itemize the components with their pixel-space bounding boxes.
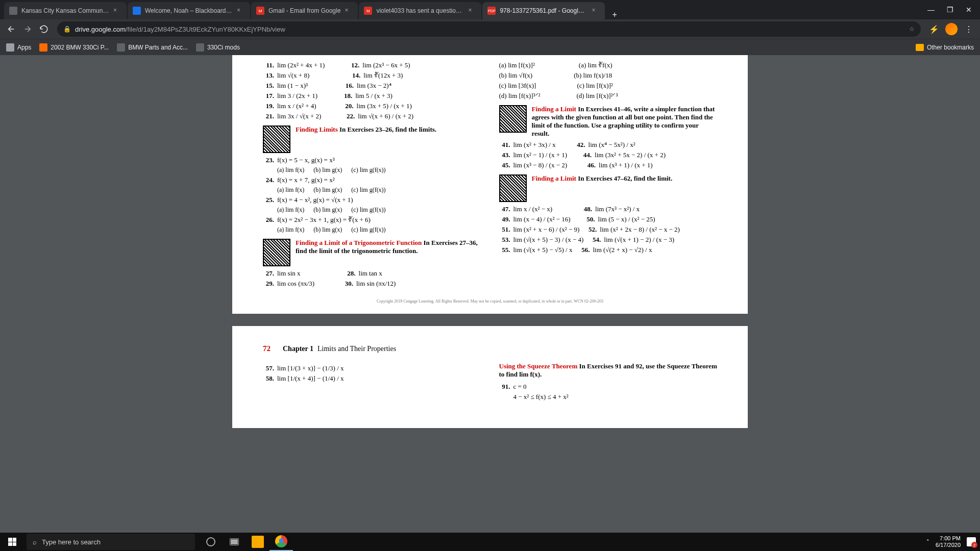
taskview-button[interactable] [223,533,246,551]
clock[interactable]: 7:00 PM6/17/2020 [936,535,961,548]
exercise: lim √(x + 8) [277,71,309,80]
sub-exercise: (c) lim g(f(x)) [351,206,385,214]
right-column: Using the Squeeze Theorem In Exercises 9… [499,362,718,403]
bookmarks-bar: Apps 2002 BMW 330Ci P... BMW Parts and A… [0,39,980,55]
exercise: f(x) = 2x² − 3x + 1, g(x) = ∛(x + 6) [277,216,371,224]
menu-icon[interactable]: ⋮ [962,22,976,36]
folder-icon [916,44,924,51]
exercise: f(x) = 5 − x, g(x) = x³ [277,156,335,164]
exercise: lim (x² − 1) / (x + 1) [513,151,568,159]
window-controls: — ❐ ✕ [927,0,980,19]
left-column: 11.lim (2x² + 4x + 1)12.lim (2x³ − 6x + … [263,59,481,290]
address-bar[interactable]: 🔒 drive.google.com/file/d/1ay2M84PsZ3Ut9… [57,21,921,37]
browser-tab[interactable]: Mviolet4033 has sent a question ab× [359,2,481,19]
exercise: lim (x − 4) / (x² − 16) [513,215,571,223]
browser-tab[interactable]: MGmail - Email from Google× [251,2,358,19]
new-tab-button[interactable]: + [606,10,623,19]
exercise: lim (7x³ − x²) / x [595,205,640,213]
section-heading: Finding a Limit [532,174,576,182]
tab-title: violet4033 has sent a question ab [376,7,464,14]
exercise: lim [1/(x + 4)] − (1/4) / x [277,374,344,383]
bookmark-label: Other bookmarks [927,44,974,51]
taskview-icon [230,538,239,545]
browser-tab-strip: Kansas City Kansas Community C× Welcome,… [0,0,980,19]
taskbar-search[interactable]: ⌕Type here to search [27,534,195,550]
qr-code-icon [263,126,290,153]
lock-icon: 🔒 [63,26,71,33]
exercise: lim (3x² + 5x − 2) / (x + 2) [595,151,666,159]
bookmark-item[interactable]: BMW Parts and Acc... [117,43,188,52]
back-button[interactable] [4,22,18,36]
maximize-icon[interactable]: ❐ [947,6,953,14]
tab-close-icon[interactable]: × [113,7,121,15]
extension-icon[interactable]: ⚡ [927,22,941,36]
exercise: lim (√(x + 5) − 3) / (x − 4) [513,236,584,244]
taskbar-apps [199,533,293,551]
system-tray: ˄ 7:00 PM6/17/2020 [926,535,980,548]
profile-avatar[interactable] [945,23,958,35]
chrome-icon [275,535,287,547]
exercise: lim (x² + 3x) / x [513,141,556,149]
sub-exercise: (c) lim g(f(x)) [351,166,385,174]
exercise: lim 3x / √(x + 2) [277,112,321,120]
page-number: 72 [263,344,271,353]
page-container: 11.lim (2x² + 4x + 1)12.lim (2x³ − 6x + … [232,55,748,533]
forward-button[interactable] [20,22,35,36]
bookmark-label: 330Ci mods [207,44,240,51]
pdf-icon: PDF [487,7,496,15]
start-button[interactable] [0,533,24,551]
pdf-page: 11.lim (2x² + 4x + 1)12.lim (2x³ − 6x + … [232,55,748,314]
bookmark-label: BMW Parts and Acc... [128,44,188,51]
exercise: (c) lim [f(x)]² [577,82,612,90]
close-window-icon[interactable]: ✕ [966,6,972,14]
bookmark-item[interactable]: 330Ci mods [196,43,240,52]
pdf-page: 72 Chapter 1Limits and Their Properties … [232,326,748,428]
exercise: lim (√(2 + x) − √2) / x [593,246,652,254]
browser-tab[interactable]: Welcome, Noah – Blackboard Lea× [128,2,250,19]
favicon [133,7,141,15]
reload-button[interactable] [37,22,51,36]
exercise: lim √(x + 6) / (x + 2) [358,112,413,120]
exercise: lim ∛(12x + 3) [363,71,403,80]
exercise: (b) lim f(x)/18 [574,71,612,80]
exercise: lim (√(x + 1) − 2) / (x − 3) [604,236,674,244]
right-column: (a) lim [f(x)]²(a) lim ∛f(x) (b) lim √f(… [499,59,718,290]
tray-expand-icon[interactable]: ˄ [926,539,929,545]
tab-close-icon[interactable]: × [237,7,245,15]
tab-close-icon[interactable]: × [468,7,476,15]
exercise: lim (x³ + 1) / (x + 1) [599,161,653,169]
sub-exercise: (c) lim g(f(x)) [351,226,385,234]
bookmark-favicon [39,43,47,52]
search-placeholder: Type here to search [42,538,101,546]
file-explorer-button[interactable] [246,533,270,551]
bookmark-favicon [196,43,204,52]
notifications-icon[interactable] [967,537,976,546]
chapter-header: 72 Chapter 1Limits and Their Properties [263,344,717,353]
sub-exercise: (b) lim g(x) [313,186,342,194]
qr-code-icon [263,239,290,266]
bookmark-item[interactable]: 2002 BMW 330Ci P... [39,43,109,52]
tab-close-icon[interactable]: × [345,7,353,15]
tab-close-icon[interactable]: × [592,7,600,15]
cortana-button[interactable] [199,533,223,551]
chrome-button[interactable] [270,533,293,551]
folder-icon [252,536,264,548]
exercise: lim (2x² + 4x + 1) [277,61,325,69]
exercise: lim (x² + 2x − 8) / (x² − x − 2) [600,226,680,234]
time-text: 7:00 PM [936,535,961,542]
exercise: lim 3 / (2x + 1) [277,92,317,100]
sub-exercise: (a) lim f(x) [277,206,304,214]
other-bookmarks[interactable]: Other bookmarks [916,44,974,51]
browser-tab[interactable]: Kansas City Kansas Community C× [4,2,127,19]
browser-tab-active[interactable]: PDF978-1337275361.pdf - Google Dr× [482,2,605,19]
minimize-icon[interactable]: — [927,6,935,14]
exercise: lim sin (πx/12) [356,280,396,288]
apps-shortcut[interactable]: Apps [6,43,31,52]
sub-exercise: (b) lim g(x) [313,206,342,214]
exercise: f(x) = x + 7, g(x) = x² [277,176,335,184]
star-icon[interactable]: ☆ [909,26,915,33]
exercise: lim x / (x² + 4) [277,102,316,110]
pdf-viewport[interactable]: 11.lim (2x² + 4x + 1)12.lim (2x³ − 6x + … [0,55,980,533]
bookmark-favicon [117,43,125,52]
exercise: (a) lim [f(x)]² [499,61,535,69]
